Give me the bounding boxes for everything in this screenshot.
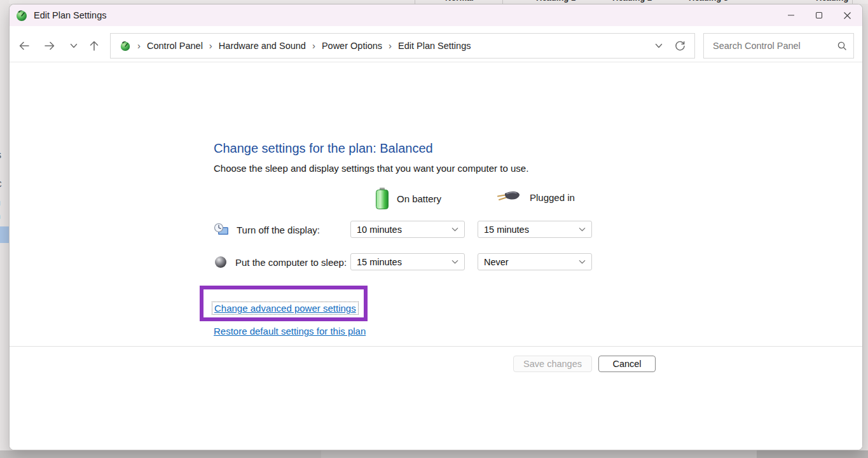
plug-icon <box>497 190 522 205</box>
sleep-icon <box>214 255 228 269</box>
column-header-plugged-in: Plugged in <box>530 192 575 203</box>
search-icon[interactable] <box>837 41 847 51</box>
breadcrumb-item-edit-plan-settings[interactable]: Edit Plan Settings <box>398 41 471 51</box>
breadcrumb: Control Panel › Hardware and Sound › Pow… <box>147 41 654 51</box>
title-bar: Edit Plan Settings <box>10 4 862 26</box>
select-value: Never <box>484 257 509 267</box>
background-text-fragment: Normal <box>445 0 474 3</box>
background-text-fragment: C <box>0 180 2 189</box>
chevron-down-icon <box>578 225 586 233</box>
forward-button[interactable] <box>39 35 60 57</box>
save-changes-button[interactable]: Save changes <box>513 356 592 372</box>
address-dropdown-chevron-icon[interactable] <box>654 41 663 50</box>
background-selection-highlight <box>0 226 9 243</box>
power-plan-icon <box>120 40 131 52</box>
breadcrumb-separator: › <box>209 41 212 50</box>
close-button[interactable] <box>833 4 861 26</box>
column-header-on-battery: On battery <box>397 193 441 204</box>
maximize-button[interactable] <box>805 4 833 26</box>
breadcrumb-separator: › <box>389 41 392 50</box>
background-strip-segment <box>757 450 868 458</box>
breadcrumb-separator: › <box>137 41 141 50</box>
footer-divider <box>10 346 862 347</box>
select-display-plugged-in[interactable]: 15 minutes <box>478 221 592 238</box>
background-text-fragment: Heading 3 <box>689 0 728 3</box>
breadcrumb-separator: › <box>312 41 315 50</box>
background-strip-segment <box>321 450 757 458</box>
background-text-fragment: Heading 2 <box>612 0 652 3</box>
battery-icon <box>375 187 389 210</box>
background-strip-bottom <box>0 450 868 458</box>
row-label-turn-off-display: Turn off the display: <box>237 225 320 235</box>
change-advanced-power-settings-link[interactable]: Change advanced power settings <box>212 302 359 315</box>
background-text-fragment: S <box>0 151 1 160</box>
recent-pages-chevron-icon[interactable] <box>63 35 85 57</box>
breadcrumb-item-power-options[interactable]: Power Options <box>322 41 382 51</box>
select-sleep-on-battery[interactable]: 15 minutes <box>350 253 465 270</box>
address-bar[interactable]: › Control Panel › Hardware and Sound › P… <box>110 33 695 59</box>
background-window-edge: S C u n <box>0 0 9 458</box>
background-text-fragment: Heading 1 <box>536 0 575 3</box>
page-title: Change settings for the plan: Balanced <box>214 141 433 156</box>
select-sleep-plugged-in[interactable]: Never <box>478 253 592 270</box>
breadcrumb-item-hardware-and-sound[interactable]: Hardware and Sound <box>219 41 306 51</box>
main-content: Change settings for the plan: Balanced C… <box>10 62 862 450</box>
back-button[interactable] <box>13 35 35 57</box>
background-text-fragment: Heading <box>816 0 848 3</box>
breadcrumb-item-control-panel[interactable]: Control Panel <box>147 41 203 51</box>
restore-default-settings-link[interactable]: Restore default settings for this plan <box>214 326 366 337</box>
up-button[interactable] <box>83 35 105 57</box>
select-display-on-battery[interactable]: 10 minutes <box>350 221 465 238</box>
select-value: 15 minutes <box>357 257 402 267</box>
background-text-fragment: n <box>0 212 1 221</box>
background-text-fragment: u <box>0 198 1 207</box>
chevron-down-icon <box>451 225 459 233</box>
chevron-down-icon <box>578 258 586 266</box>
search-box <box>703 33 854 59</box>
cancel-button[interactable]: Cancel <box>598 356 656 372</box>
page-subtitle: Choose the sleep and display settings th… <box>214 163 528 174</box>
search-input[interactable] <box>713 41 837 51</box>
display-icon <box>214 223 229 237</box>
select-value: 10 minutes <box>357 225 402 235</box>
refresh-icon[interactable] <box>675 41 685 52</box>
minimize-button[interactable] <box>777 4 805 26</box>
navigation-toolbar: › Control Panel › Hardware and Sound › P… <box>10 30 862 62</box>
edit-plan-settings-window: Edit Plan Settings <box>9 4 863 450</box>
chevron-down-icon <box>451 258 459 266</box>
select-value: 15 minutes <box>484 225 529 235</box>
row-label-put-computer-to-sleep: Put the computer to sleep: <box>235 257 347 268</box>
power-plan-icon <box>15 9 28 22</box>
window-title: Edit Plan Settings <box>34 4 106 26</box>
